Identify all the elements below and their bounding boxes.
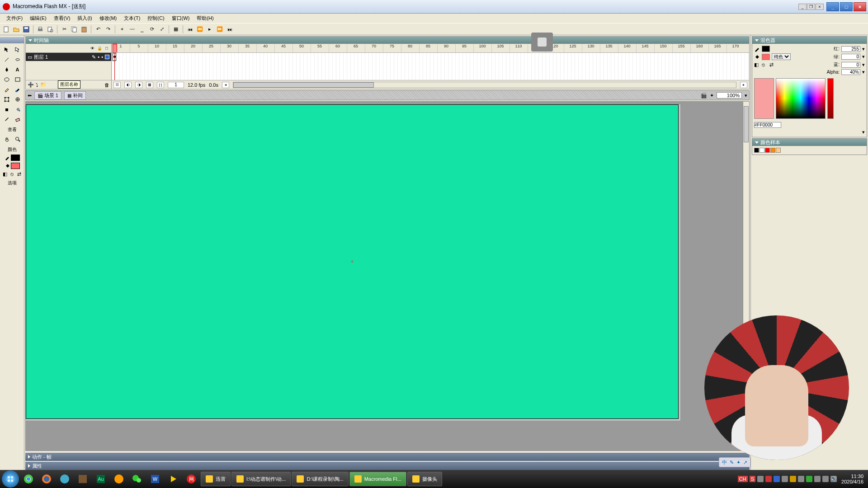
ruler-tick[interactable]: 1 xyxy=(112,44,130,52)
ruler-tick[interactable]: 40 xyxy=(256,44,274,52)
mdi-restore-button[interactable]: ❐ xyxy=(807,4,815,10)
tray-icon[interactable] xyxy=(806,476,812,482)
color-mixer-header[interactable]: 混色器 xyxy=(752,37,867,44)
alpha-input[interactable] xyxy=(841,69,860,75)
ime-toolbar[interactable]: 中 ✎ ✦ ↗ xyxy=(719,457,750,467)
ruler-tick[interactable]: 170 xyxy=(726,44,745,52)
edit-symbol-button[interactable]: ✦ xyxy=(710,93,714,99)
taskbar-task[interactable]: I:\动态谱制作\动... xyxy=(231,472,291,486)
scroll-right-button[interactable]: ▸ xyxy=(740,82,747,88)
zoom-tool[interactable] xyxy=(13,135,23,144)
tray-volume-icon[interactable]: 🔊 xyxy=(830,476,837,482)
ruler-tick[interactable]: 50 xyxy=(292,44,311,52)
tray-icon[interactable] xyxy=(774,476,780,482)
open-button[interactable] xyxy=(12,25,21,34)
ruler-tick[interactable]: 35 xyxy=(238,44,256,52)
start-button[interactable] xyxy=(2,470,19,488)
ruler-tick[interactable]: 160 xyxy=(690,44,708,52)
smooth-button[interactable]: 〰 xyxy=(127,25,137,34)
tray-lang[interactable]: CH xyxy=(738,476,748,482)
fill-color-swatch[interactable] xyxy=(11,163,20,169)
r-stepper[interactable]: ▾ xyxy=(862,46,865,52)
g-stepper[interactable]: ▾ xyxy=(862,54,865,60)
add-guide-button[interactable]: ⤵ xyxy=(36,82,38,88)
swap2-button[interactable]: ⇄ xyxy=(769,62,776,68)
symbol-crumb[interactable]: ▦ 补间 xyxy=(64,91,86,100)
outline-icon[interactable]: □ xyxy=(104,46,109,51)
cut-button[interactable]: ✂ xyxy=(60,25,69,34)
back-button[interactable]: ⬅ xyxy=(28,93,32,99)
nocolor2-button[interactable]: ⦸ xyxy=(762,62,768,68)
inkbottle-tool[interactable] xyxy=(2,105,12,114)
timeline-hscroll[interactable] xyxy=(233,82,736,88)
stepback-button[interactable]: ⏪ xyxy=(195,25,204,34)
taskbar-task[interactable]: D:\课程录制\陶... xyxy=(292,472,348,486)
color-swatch[interactable] xyxy=(754,148,759,153)
menu-control[interactable]: 控制(C) xyxy=(144,14,168,23)
mixer-expand-icon[interactable]: ▾ xyxy=(754,129,865,135)
redo-button[interactable]: ↷ xyxy=(104,25,113,34)
edit-scene-button[interactable]: 🎬 xyxy=(701,93,707,99)
lock-icon[interactable]: 🔒 xyxy=(97,46,102,51)
brush-tool[interactable] xyxy=(13,85,23,94)
taskbar-task[interactable]: Macromedia Fl... xyxy=(349,472,406,486)
ruler-tick[interactable]: 15 xyxy=(166,44,184,52)
ruler-tick[interactable]: 85 xyxy=(419,44,437,52)
rotate-button[interactable]: ⟳ xyxy=(147,25,156,34)
taskbar-firefox-icon[interactable] xyxy=(38,472,55,486)
ruler-tick[interactable]: 55 xyxy=(311,44,329,52)
ruler-tick[interactable]: 60 xyxy=(329,44,347,52)
color-spectrum[interactable] xyxy=(776,78,826,119)
pencil-tool[interactable] xyxy=(2,85,12,94)
frames-grid[interactable] xyxy=(112,53,749,80)
ruler-tick[interactable]: 25 xyxy=(202,44,220,52)
rewind-button[interactable]: ⏮ xyxy=(185,25,194,34)
close-button[interactable]: × xyxy=(854,2,866,11)
ruler-tick[interactable]: 95 xyxy=(455,44,473,52)
ime-pen-icon[interactable]: ✎ xyxy=(730,460,734,465)
layer-outline-swatch[interactable] xyxy=(105,55,109,59)
ruler-tick[interactable]: 20 xyxy=(184,44,202,52)
mixer-fill-swatch[interactable] xyxy=(762,54,770,60)
taskbar-music-icon[interactable]: 网 xyxy=(183,472,200,486)
ruler-tick[interactable]: 10 xyxy=(148,44,166,52)
actions-panel-header[interactable]: 动作 - 帧 xyxy=(25,453,750,461)
ime-arrow-icon[interactable]: ↗ xyxy=(743,460,747,465)
ruler-tick[interactable]: 5 xyxy=(130,44,148,52)
stage-canvas[interactable]: + xyxy=(26,104,679,419)
tray-icon[interactable] xyxy=(790,476,796,482)
ruler-tick[interactable]: 145 xyxy=(636,44,654,52)
taskbar-task[interactable]: 摄像头 xyxy=(407,472,442,486)
ruler-tick[interactable]: 75 xyxy=(383,44,401,52)
copy-button[interactable] xyxy=(70,25,79,34)
arrow-tool[interactable] xyxy=(2,45,12,54)
mixer-stroke-swatch[interactable] xyxy=(762,46,770,52)
play-button[interactable]: ▸ xyxy=(205,25,214,34)
text-tool[interactable]: A xyxy=(13,65,23,74)
ruler-tick[interactable]: 110 xyxy=(509,44,528,52)
eraser-tool[interactable] xyxy=(13,115,23,124)
taskbar-task[interactable]: 迅雷 xyxy=(201,472,231,486)
color-swatch[interactable] xyxy=(765,148,770,153)
bw-button[interactable]: ◧ xyxy=(754,62,760,68)
align-button[interactable]: ▦ xyxy=(171,25,180,34)
center-frame-button[interactable]: ⊡ xyxy=(113,82,121,88)
ruler-tick[interactable]: 135 xyxy=(600,44,618,52)
line-tool[interactable] xyxy=(2,55,12,64)
ruler-tick[interactable]: 165 xyxy=(708,44,726,52)
scene-crumb[interactable]: 🎬 场景 1 xyxy=(34,91,61,100)
swapcolor-button[interactable]: ⇄ xyxy=(16,171,23,177)
new-button[interactable] xyxy=(2,25,11,34)
color-swatch[interactable] xyxy=(776,148,781,153)
edit-multi-button[interactable]: ▦ xyxy=(146,82,153,88)
ruler-tick[interactable]: 80 xyxy=(401,44,419,52)
b-stepper[interactable]: ▾ xyxy=(862,62,865,68)
mdi-min-button[interactable]: _ xyxy=(798,4,807,10)
onion-markers-button[interactable]: [·] xyxy=(157,82,164,88)
straighten-button[interactable]: ⎯ xyxy=(137,25,146,34)
menu-window[interactable]: 窗口(W) xyxy=(168,14,193,23)
taskbar-wechat-icon[interactable] xyxy=(128,472,146,486)
scroll-left-button[interactable]: ◂ xyxy=(222,82,229,88)
menu-modify[interactable]: 修改(M) xyxy=(96,14,121,23)
menu-help[interactable]: 帮助(H) xyxy=(193,14,217,23)
